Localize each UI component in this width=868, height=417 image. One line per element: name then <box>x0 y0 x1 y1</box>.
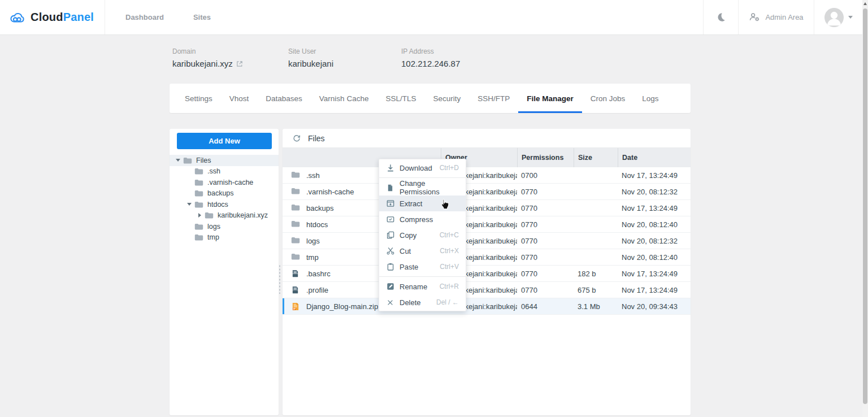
nav-item-sites[interactable]: Sites <box>193 13 211 21</box>
tab-logs[interactable]: Logs <box>633 84 667 113</box>
file-permissions: 0770 <box>517 216 574 232</box>
user-menu[interactable] <box>814 0 862 34</box>
file-date: Nov 17, 13:24:49 <box>618 266 691 281</box>
folder-icon <box>205 212 214 219</box>
tree-node-logs[interactable]: logs <box>170 221 279 232</box>
file-row--ssh[interactable]: .sshkaribukejani:karibukejani0700Nov 17,… <box>283 167 691 184</box>
tree-node-label: tmp <box>207 233 219 241</box>
tab-vhost[interactable]: Vhost <box>221 84 258 113</box>
menu-divider <box>379 177 466 178</box>
file-row-htdocs[interactable]: htdocskaribukejani:karibukejani0770Nov 2… <box>283 216 691 233</box>
context-menu-item-extract[interactable]: Extract <box>379 196 466 211</box>
tree-caret-right-icon[interactable] <box>196 213 203 218</box>
file-row-backups[interactable]: backupskaribukejani:karibukejani0770Nov … <box>283 200 691 216</box>
file-name: tmp <box>306 253 319 262</box>
add-new-button[interactable]: Add New <box>177 133 272 149</box>
scrollbar-thumb[interactable] <box>863 8 867 404</box>
menu-item-label: Change Permissions <box>400 179 459 196</box>
context-menu-item-change-permissions[interactable]: Change Permissions <box>379 180 466 196</box>
file-size <box>574 167 618 183</box>
file-row--varnish-cache[interactable]: .varnish-cachekaribukejani:karibukejani0… <box>283 184 691 200</box>
brand-logo[interactable]: CloudPanel <box>0 0 105 34</box>
folder-icon <box>194 179 203 186</box>
file-permissions: 0770 <box>517 266 574 281</box>
tree-node-files[interactable]: Files <box>170 155 279 166</box>
tab-cron-jobs[interactable]: Cron Jobs <box>582 84 634 113</box>
admin-area-button[interactable]: Admin Area <box>738 0 814 34</box>
context-menu-item-delete[interactable]: DeleteDel / ← <box>379 294 466 310</box>
file-name: .bashrc <box>306 270 331 278</box>
file-date: Nov 20, 08:12:40 <box>618 216 691 232</box>
menu-item-label: Delete <box>400 298 431 307</box>
file-name: backups <box>306 204 333 212</box>
column-header-permissions[interactable]: Permissions <box>517 148 574 167</box>
menu-item-label: Extract <box>400 199 459 208</box>
domain-value[interactable]: karibukejani.xyz <box>172 59 233 68</box>
files-table-body: .sshkaribukejani:karibukejani0700Nov 17,… <box>283 167 691 315</box>
tree-node-tmp[interactable]: tmp <box>170 232 279 244</box>
top-nav: DashboardSites <box>105 0 703 34</box>
tab-ssl-tls[interactable]: SSL/TLS <box>377 84 424 113</box>
tab-settings[interactable]: Settings <box>176 84 221 113</box>
file-row-django-blog-main-zip[interactable]: ZIPDjango_Blog-main.zipkaribukejani:kari… <box>283 298 691 315</box>
cloud-logo-icon <box>9 11 26 24</box>
file-permissions: 0770 <box>517 184 574 199</box>
menu-item-shortcut: Del / ← <box>436 298 459 306</box>
tree-caret-down-icon[interactable] <box>174 159 182 162</box>
folder-icon <box>291 171 301 180</box>
file-name: .ssh <box>306 171 320 180</box>
file-permissions: 0770 <box>517 282 574 298</box>
top-right-controls: Admin Area <box>703 0 862 34</box>
column-header-size[interactable]: Size <box>574 148 618 167</box>
file-size <box>574 200 618 216</box>
menu-item-shortcut: Ctrl+D <box>440 164 459 172</box>
site-user-value: karibukejani <box>288 59 401 68</box>
folder-icon <box>291 237 301 245</box>
menu-item-label: Download <box>400 164 435 172</box>
file-row-tmp[interactable]: tmpkaribukejani:karibukejani0770Nov 20, … <box>283 249 691 266</box>
tab-databases[interactable]: Databases <box>257 84 311 113</box>
refresh-icon[interactable] <box>293 134 301 142</box>
context-menu-item-download[interactable]: DownloadCtrl+D <box>379 160 466 176</box>
file-row--bashrc[interactable]: .bashrckaribukejani:karibukejani0770182 … <box>283 266 691 282</box>
context-menu-item-rename[interactable]: RenameCtrl+R <box>379 279 466 294</box>
file-row-logs[interactable]: logskaribukejani:karibukejani0770Nov 20,… <box>283 233 691 249</box>
copy-icon <box>386 231 394 240</box>
context-menu-item-cut[interactable]: CutCtrl+X <box>379 243 466 259</box>
nav-item-dashboard[interactable]: Dashboard <box>125 13 164 21</box>
context-menu-item-copy[interactable]: CopyCtrl+C <box>379 227 466 243</box>
column-header-date[interactable]: Date <box>618 148 691 167</box>
tree-caret-down-icon[interactable] <box>185 203 193 206</box>
scrollbar-up-arrow-icon[interactable] <box>863 2 867 5</box>
menu-item-label: Copy <box>400 231 435 240</box>
file-name: .varnish-cache <box>306 188 354 196</box>
page-scrollbar[interactable] <box>862 0 868 417</box>
tree-node-htdocs[interactable]: htdocs <box>170 199 279 210</box>
file-icon <box>291 270 301 278</box>
menu-item-label: Cut <box>400 247 435 255</box>
top-header: CloudPanel DashboardSites Admin Area <box>0 0 868 35</box>
files-panel-title: Files <box>308 134 325 143</box>
tree-node-backups[interactable]: backups <box>170 188 279 199</box>
external-link-icon[interactable] <box>236 60 243 67</box>
paste-icon <box>386 263 394 271</box>
dark-mode-toggle[interactable] <box>703 0 738 34</box>
tab-security[interactable]: Security <box>424 84 469 113</box>
tree-node--varnish-cache[interactable]: .varnish-cache <box>170 177 279 188</box>
compress-icon <box>386 215 394 224</box>
tree-node--ssh[interactable]: .ssh <box>170 166 279 177</box>
tab-file-manager[interactable]: File Manager <box>518 84 582 113</box>
tree-node-karibukejani-xyz[interactable]: karibukejani.xyz <box>170 210 279 221</box>
context-menu-item-compress[interactable]: Compress <box>379 211 466 227</box>
files-table-header: Owner Permissions Size Date <box>283 148 691 167</box>
ip-address-value: 102.212.246.87 <box>401 59 460 68</box>
menu-item-shortcut: Ctrl+C <box>440 231 459 239</box>
tab-ssh-ftp[interactable]: SSH/FTP <box>469 84 518 113</box>
context-menu-item-paste[interactable]: PasteCtrl+V <box>379 259 466 275</box>
tab-varnish-cache[interactable]: Varnish Cache <box>311 84 377 113</box>
tree-node-label: karibukejani.xyz <box>218 211 268 219</box>
delete-icon <box>386 298 394 307</box>
tree-node-label: logs <box>207 223 220 231</box>
panel-resize-handle[interactable] <box>279 264 281 294</box>
file-row--profile[interactable]: .profilekaribukejani:karibukejani0770675… <box>283 282 691 298</box>
